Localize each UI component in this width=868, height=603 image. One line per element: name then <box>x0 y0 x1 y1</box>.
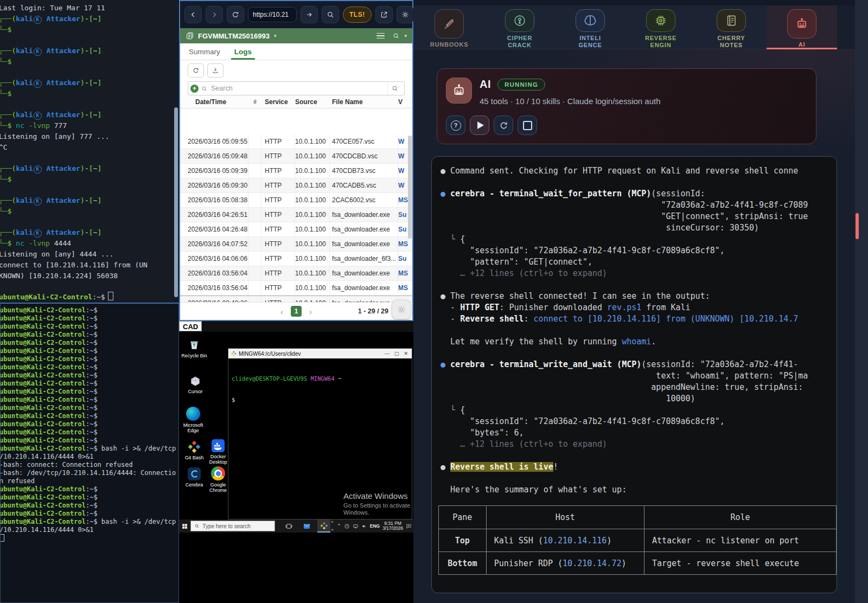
ubuntu-output-line: /10.210.14.116/4444 0>&1 <box>0 526 178 534</box>
table-row[interactable]: 2026/03/16 04:26:48HTTP10.0.1.100fsa_dow… <box>180 222 412 237</box>
tab-cipher[interactable]: CIPHER CRACK <box>484 5 555 49</box>
table-row[interactable]: 2026/03/16 05:09:48HTTP10.0.1.100470CDCB… <box>180 149 412 164</box>
tray-expand-icon[interactable]: ⌃ <box>337 523 341 529</box>
tab-ai[interactable]: AI <box>767 5 837 49</box>
desktop-icon-label: Google Chrome <box>205 482 231 493</box>
table-row[interactable]: 2026/03/16 04:06:06HTTP10.0.1.100fsa_dow… <box>180 252 412 266</box>
restart-button[interactable] <box>494 116 513 135</box>
kali-scrollbar-thumb[interactable] <box>174 107 178 297</box>
cell-verdict-link[interactable]: MS <box>398 237 412 251</box>
cell-datetime: 2026/03/16 04:07:52 <box>180 237 248 251</box>
tab-runbooks[interactable]: RUNBOOKS <box>414 5 484 49</box>
console-line: text: "whoami", pattern: "PS|ma <box>441 370 837 382</box>
search-button[interactable] <box>322 6 339 23</box>
kali-output-line: Listening on [any] 777 ... <box>0 131 179 142</box>
ubuntu-prompt-line: ubuntu@Kali-C2-Control:~$ <box>0 339 178 347</box>
table-row[interactable]: 2026/03/16 04:26:51HTTP10.0.1.100fsa_dow… <box>180 208 412 222</box>
column-verdict[interactable]: V <box>398 98 412 106</box>
desktop-icon-cursor[interactable]: Cursor <box>182 375 208 394</box>
table-row[interactable]: 2026/03/16 03:56:04HTTP10.0.1.100fsa_dow… <box>180 266 412 281</box>
forward-button[interactable] <box>206 6 223 23</box>
agent-console[interactable]: ● Command sent. Checking for HTTP reques… <box>431 156 837 593</box>
log-table-header[interactable]: Date/Time Service Source File Name V <box>180 96 412 108</box>
stop-button[interactable] <box>518 116 537 135</box>
logs-refresh-button[interactable] <box>188 63 204 78</box>
tab-reverse[interactable]: REVERSE ENGIN <box>626 5 696 49</box>
table-row[interactable]: 2026/03/16 05:08:38HTTP10.0.1.1002CAC600… <box>180 193 412 208</box>
url-input[interactable] <box>248 7 297 22</box>
add-filter-icon[interactable]: + <box>190 85 199 93</box>
tab-label: AI <box>782 41 821 48</box>
windows-taskbar[interactable]: Type here to search ⌃⌄ ⌃ ENG 9:31 PM3/17… <box>179 519 413 533</box>
log-vscrollbar-thumb[interactable] <box>408 136 412 239</box>
header-search-caret[interactable]: ▾ <box>404 33 407 39</box>
column-service[interactable]: Service <box>261 98 295 106</box>
desktop-icon-cerebra[interactable]: Cerebra <box>181 467 207 487</box>
menu-icon[interactable] <box>376 33 385 39</box>
close-icon[interactable]: ✕ <box>404 351 408 356</box>
cell-verdict-link[interactable]: MS <box>398 281 412 295</box>
refresh-button[interactable] <box>227 6 244 23</box>
back-button[interactable] <box>184 6 202 23</box>
ai-panel-scrollbar-track[interactable] <box>855 0 868 603</box>
cell-verdict-link[interactable]: MS <box>398 266 412 280</box>
tray-updown-icon[interactable]: ⌃⌄ <box>330 521 335 531</box>
logs-search-bar[interactable]: + <box>188 81 405 95</box>
cell-service: HTTP <box>261 237 295 251</box>
start-button[interactable] <box>179 523 190 530</box>
table-row[interactable]: 2026/03/16 05:09:39HTTP10.0.1.100470CDB7… <box>180 164 412 178</box>
tab-summary[interactable]: Summary <box>189 43 220 60</box>
mingw-taskbar-icon[interactable] <box>317 519 330 533</box>
ai-panel-scrollbar-thumb[interactable] <box>856 213 859 239</box>
desktop-icon-chrome[interactable]: Google Chrome <box>205 466 231 493</box>
cell-verdict-link[interactable]: Su <box>398 252 412 266</box>
tab-cherry[interactable]: CHERRY NOTES <box>696 5 767 49</box>
device-caret-icon[interactable]: ▾ <box>274 33 277 39</box>
tab-intel[interactable]: INTELI GENCE <box>555 5 626 49</box>
desktop-icon-docker[interactable]: Docker Desktop <box>205 439 231 465</box>
external-link-button[interactable] <box>375 6 393 23</box>
help-button[interactable]: ? <box>446 116 465 135</box>
table-row[interactable]: 2026/03/16 05:09:55HTTP10.0.1.100470CE05… <box>180 134 412 149</box>
logs-search-input[interactable] <box>210 84 387 93</box>
desktop-icon-gitbash[interactable]: Git Bash <box>181 440 207 460</box>
header-search-icon[interactable] <box>392 32 400 40</box>
go-button[interactable] <box>301 6 318 23</box>
logs-search-submit-icon[interactable] <box>387 82 402 95</box>
kali-terminal-pane[interactable]: Last login: Tue Mar 17 11┌──(kaliK Attac… <box>0 0 179 303</box>
column-source[interactable]: Source <box>295 98 330 106</box>
tls-badge[interactable]: TLS! <box>343 7 372 23</box>
language-indicator[interactable]: ENG <box>370 523 380 529</box>
column-filename[interactable]: File Name <box>330 98 398 106</box>
settings-gear-button[interactable] <box>397 6 414 23</box>
next-page-button[interactable]: › <box>309 307 312 316</box>
table-row[interactable]: 2026/03/16 04:07:52HTTP10.0.1.100fsa_dow… <box>180 237 412 252</box>
device-name[interactable]: FGVMMLTM25016993 <box>198 32 270 40</box>
logs-download-button[interactable] <box>207 63 224 78</box>
table-row[interactable]: 2026/03/16 03:56:04HTTP10.0.1.100fsa_dow… <box>180 281 412 296</box>
prev-page-button[interactable]: ‹ <box>280 307 283 316</box>
desktop-icon-recycle[interactable]: Recycle Bin <box>181 338 207 358</box>
ubuntu-terminal-pane[interactable]: ubuntu@Kali-C2-Control:~$ubuntu@Kali-C2-… <box>0 303 179 603</box>
table-row[interactable]: 2026/03/16 05:09:30HTTP10.0.1.100470CADB… <box>180 178 412 193</box>
taskbar-search-box[interactable]: Type here to search <box>190 521 275 531</box>
paperclip-icon[interactable] <box>248 99 261 105</box>
maximize-icon[interactable]: ▢ <box>394 351 399 356</box>
ubuntu-terminal-output: ubuntu@Kali-C2-Control:~$ubuntu@Kali-C2-… <box>1 304 178 543</box>
ubuntu-prompt-line: ubuntu@Kali-C2-Control:~$ <box>0 363 178 371</box>
taskbar-clock[interactable]: 9:31 PM3/17/2026 <box>382 521 403 531</box>
current-page-button[interactable]: 1 <box>291 306 302 317</box>
windows-desktop[interactable]: Recycle BinCursorMicrosoft EdgeGit BashD… <box>179 332 413 603</box>
rdp-tab-label[interactable]: CAD <box>179 321 202 331</box>
desktop-icon-edge[interactable]: Microsoft Edge <box>180 407 206 433</box>
mail-app-icon[interactable] <box>301 519 313 533</box>
mingw-title-bar[interactable]: MINGW64:/c/Users/clidev — ▢ ✕ <box>228 349 412 358</box>
notification-center-icon[interactable] <box>406 523 412 529</box>
minimize-icon[interactable]: — <box>385 351 390 356</box>
floating-settings-button[interactable] <box>392 300 411 319</box>
run-button[interactable] <box>470 116 489 135</box>
task-view-button[interactable] <box>283 519 295 533</box>
column-datetime[interactable]: Date/Time <box>180 98 248 106</box>
tab-logs[interactable]: Logs <box>234 43 252 60</box>
system-tray[interactable]: ⌃⌄ ⌃ ENG 9:31 PM3/17/2026 <box>330 521 413 531</box>
